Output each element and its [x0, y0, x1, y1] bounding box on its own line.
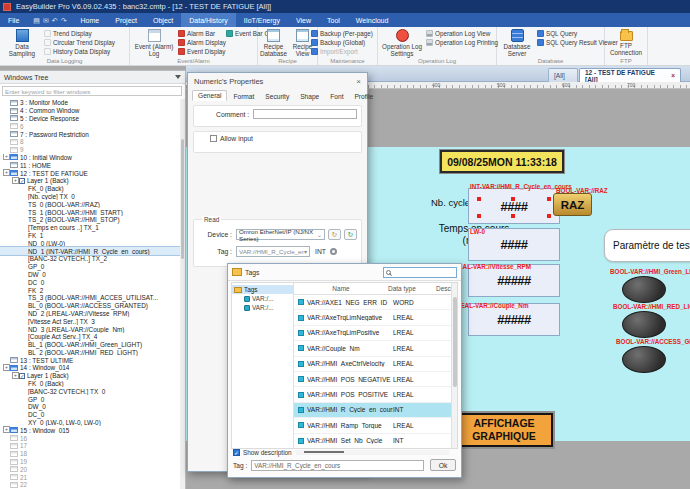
device-dropdown[interactable]: Omron EtherNet/IP (NJ/NX Series) ⌄: [236, 229, 325, 240]
dialog-tab[interactable]: Shape: [295, 92, 324, 101]
hmi-green-lamp[interactable]: [622, 276, 666, 303]
ribbon-small-button[interactable]: Alarm Bar: [178, 29, 226, 38]
tag-row[interactable]: VAR://HMI_R_Cycle_en_cours INT: [294, 403, 451, 418]
tree-item[interactable]: 9: [0, 146, 180, 154]
tag-row[interactable]: VAR://HMI_POS_NEGATIVE LREAL: [294, 372, 451, 387]
column-name[interactable]: Name: [294, 285, 388, 292]
scrollbar-thumb[interactable]: [304, 451, 344, 453]
ribbon-small-button[interactable]: Circular Trend Display: [44, 38, 115, 47]
selection-handle[interactable]: [547, 214, 551, 218]
dialog-tab[interactable]: Security: [260, 92, 294, 101]
tree-item[interactable]: Layer 1 (Back): [0, 372, 180, 380]
hmi-datetime-display[interactable]: 09/08/25MON 11:33:18: [440, 150, 564, 173]
ribbon-small-button[interactable]: History Data Display: [44, 47, 115, 56]
database-server-button[interactable]: Database Server: [499, 28, 535, 57]
tree-item[interactable]: BL_2 (BOOL-VAR://HMI_RED_LIGHT): [0, 349, 180, 357]
recipe-database-button[interactable]: Recipe Database: [259, 28, 288, 57]
show-description-checkbox[interactable]: ✓: [233, 449, 240, 456]
tree-item[interactable]: FK_2: [0, 286, 180, 294]
selection-handle[interactable]: [547, 197, 551, 201]
hmi-parametre-box[interactable]: Paramètre de test: [604, 229, 690, 262]
tree-item[interactable]: 21: [0, 473, 180, 481]
tag-row[interactable]: VAR://AXE1_NEG_ERR_ID WORD: [294, 295, 451, 310]
tag-row[interactable]: VAR://HMI_Set_Nb_Cycle INT: [294, 434, 451, 448]
ribbon-small-button[interactable]: Backup (Global): [311, 38, 373, 47]
tag-row[interactable]: VAR://HMI_AxeCtrlVelocity LREAL: [294, 357, 451, 372]
dialog-tab[interactable]: General: [192, 90, 227, 101]
menu-view[interactable]: View: [288, 13, 319, 27]
undo-icon[interactable]: ↶: [52, 17, 58, 24]
tree-item[interactable]: 6: [0, 122, 180, 130]
tag-tree-child[interactable]: VAR:/...: [232, 303, 293, 312]
hmi-red-lamp[interactable]: [622, 311, 666, 338]
tree-item[interactable]: FK_0 (Back): [0, 380, 180, 388]
data-sampling-button[interactable]: Data Sampling: [2, 28, 42, 57]
menu-object[interactable]: Object: [145, 13, 181, 27]
tag-row[interactable]: VAR://HMI_Ramp_Torque LREAL: [294, 418, 451, 433]
hmi-access-lamp[interactable]: [622, 346, 666, 373]
selection-handle[interactable]: [477, 197, 481, 201]
ok-button[interactable]: Ok: [430, 459, 456, 471]
tab-hidden-partial[interactable]: [All]: [548, 68, 578, 82]
tag-dropdown[interactable]: VAR://HMI_R_Cycle_en_cours ▾: [236, 246, 310, 257]
tree-item[interactable]: 22: [0, 481, 180, 489]
tree-item[interactable]: 7 : Password Restriction: [0, 130, 180, 138]
tree-item[interactable]: ND_0 (LW-0): [0, 239, 180, 247]
ribbon-small-button[interactable]: Operation Log View: [426, 29, 498, 38]
allow-input-checkbox[interactable]: [210, 135, 217, 142]
tree-item[interactable]: DC_0: [0, 278, 180, 286]
filter-icon[interactable]: [175, 75, 181, 79]
menu-tool[interactable]: Tool: [319, 13, 348, 27]
tree-item[interactable]: [Couple Act Serv..] TX_4: [0, 333, 180, 341]
gear-icon[interactable]: [330, 248, 337, 255]
comment-input[interactable]: [253, 109, 357, 119]
menu-project[interactable]: Project: [107, 13, 145, 27]
tag-search-box[interactable]: [383, 267, 457, 278]
tag-table-scrollbar[interactable]: [451, 283, 457, 448]
ribbon-small-button[interactable]: Alarm Display: [178, 38, 226, 47]
ftp-connection-button[interactable]: FTP Connection: [606, 28, 646, 56]
menu-home[interactable]: Home: [73, 13, 108, 27]
tree-item[interactable]: FK_0 (Back): [0, 185, 180, 193]
tree-item[interactable]: FK_1: [0, 232, 180, 240]
tab-close-icon[interactable]: ×: [671, 72, 675, 79]
tree-item[interactable]: [Vitesse Act Ser..] TX_3: [0, 317, 180, 325]
tree-item[interactable]: GP_0: [0, 395, 180, 403]
tree-item[interactable]: [Nb. cycle] TX_0: [0, 193, 180, 201]
dialog-close-icon[interactable]: ×: [356, 77, 361, 86]
tree-item[interactable]: 20: [0, 465, 180, 473]
tag-row[interactable]: VAR://Couple_Nm LREAL: [294, 341, 451, 356]
tag-row[interactable]: VAR://AxeTrqLimPositive LREAL: [294, 326, 451, 341]
menu-iiot-energy[interactable]: IIoT/Energy: [236, 13, 288, 27]
tree-item[interactable]: ND_3 (LREAL-VAR://Couple_Nm): [0, 325, 180, 333]
tree-item[interactable]: TS_3 (BOOL-VAR://HMI_ACCES_UTILISAT...: [0, 294, 180, 302]
ribbon-small-button[interactable]: Event Display: [178, 47, 226, 56]
tree-item[interactable]: 10 : Initial Window: [0, 154, 180, 162]
operation-log-settings-button[interactable]: Operation Log Settings: [380, 28, 424, 57]
tree-scrollbar[interactable]: [180, 99, 185, 489]
tree-item[interactable]: DW_0: [0, 271, 180, 279]
dialog-tab[interactable]: Font: [325, 92, 348, 101]
tree-item[interactable]: BL_1 (BOOL-VAR://HMI_Green_LIGHT): [0, 341, 180, 349]
tree-item[interactable]: 16: [0, 434, 180, 442]
device-refresh-button[interactable]: ↻: [344, 229, 357, 240]
selection-handle[interactable]: [511, 214, 515, 218]
tab-test-de-fatigue[interactable]: 12 - TEST DE FATIGUE [All] ×: [579, 68, 681, 82]
redo-icon[interactable]: ↷: [61, 17, 67, 24]
selection-handle[interactable]: [477, 214, 481, 218]
ribbon-small-button[interactable]: Import/Export: [311, 47, 373, 56]
tree-item[interactable]: Layer 1 (Back): [0, 177, 180, 185]
column-data-type[interactable]: Data type: [388, 285, 436, 292]
tree-item[interactable]: [BANC-32 CVTECH.] TX_0: [0, 387, 180, 395]
tree-item[interactable]: [BANC-32 CVTECH..] TX_2: [0, 255, 180, 263]
tree-item[interactable]: 11 : HOME: [0, 161, 180, 169]
tree-item[interactable]: DW_0: [0, 403, 180, 411]
tree-item[interactable]: [Temps en cours ..] TX_1: [0, 224, 180, 232]
tree-item[interactable]: TS_0 (BOOL-VAR://RAZ): [0, 200, 180, 208]
ribbon-small-button[interactable]: Trend Display: [44, 29, 115, 38]
tree-item[interactable]: 18: [0, 450, 180, 458]
dialog-tab[interactable]: Profile: [349, 92, 378, 101]
tree-item[interactable]: GP_0: [0, 263, 180, 271]
tree-item[interactable]: 17: [0, 442, 180, 450]
tag-row[interactable]: VAR://HMI_POS_POSITIVE LREAL: [294, 387, 451, 402]
